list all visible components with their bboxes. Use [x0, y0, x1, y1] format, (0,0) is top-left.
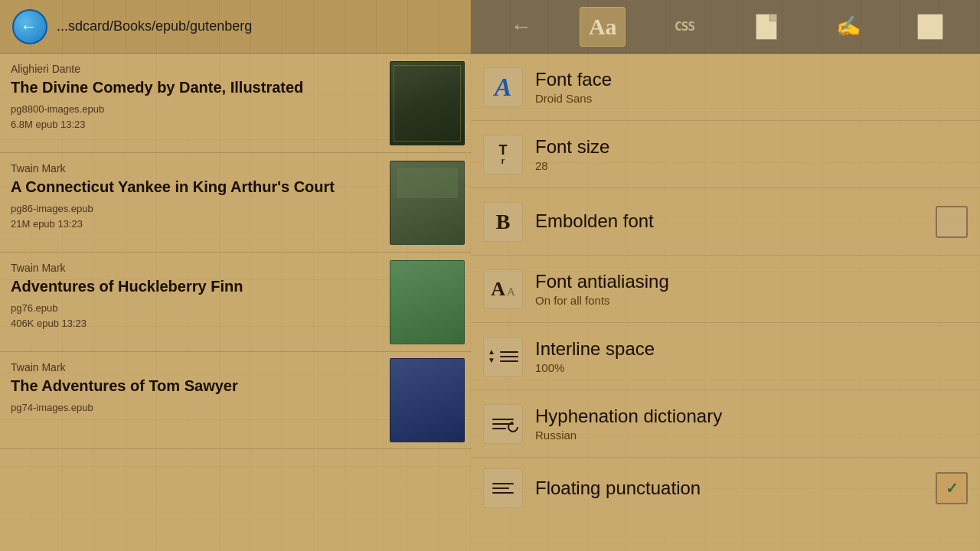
book-author: Twain Mark: [11, 262, 372, 274]
toolbar-back-icon: ←: [510, 15, 531, 39]
embolden-icon: B: [496, 210, 511, 234]
font-size-icon: Tr: [499, 143, 508, 165]
right-toolbar: ← Aa CSS ✍: [471, 0, 980, 54]
book-title: A Connecticut Yankee in King Arthur's Co…: [11, 178, 372, 197]
left-header: ← ...sdcard/Books/epub/gutenberg: [0, 0, 471, 54]
book-author: Alighieri Dante: [11, 63, 372, 75]
book-filename: pg8800-images.epub: [11, 102, 372, 117]
book-title: The Adventures of Tom Sawyer: [11, 377, 372, 396]
book-meta: 6.8M epub 13:23: [11, 117, 372, 132]
book-cover: [383, 54, 471, 152]
book-meta: 406K epub 13:23: [11, 316, 372, 331]
floating-punct-text: Floating punctuation: [535, 478, 923, 500]
book-meta: 21M epub 13:23: [11, 217, 372, 232]
cover-image: [390, 61, 465, 145]
current-path: ...sdcard/Books/epub/gutenberg: [57, 18, 252, 34]
book-title: Adventures of Huckleberry Finn: [11, 277, 372, 296]
settings-list: A Font face Droid Sans Tr Font size 28 B: [471, 54, 980, 551]
hyphenation-label: Hyphenation dictionary: [535, 406, 968, 428]
book-filename: pg86-images.epub: [11, 201, 372, 217]
floating-punct-label: Floating punctuation: [535, 478, 923, 500]
font-size-icon-box: Tr: [483, 135, 523, 174]
embolden-icon-box: B: [483, 202, 523, 242]
toolbar-font-icon: Aa: [589, 14, 617, 40]
book-title: The Divine Comedy by Dante, Illustrated: [11, 78, 372, 97]
book-filename: pg74-images.epub: [11, 400, 372, 416]
interline-icon: ▲ ▼: [486, 347, 520, 366]
toolbar-css-button[interactable]: CSS: [662, 7, 707, 47]
book-cover: [383, 253, 471, 351]
setting-antialiasing[interactable]: A A Font antialiasing On for all fonts: [471, 256, 980, 323]
font-face-label: Font face: [535, 69, 968, 91]
list-item[interactable]: Twain Mark A Connecticut Yankee in King …: [0, 153, 471, 253]
embolden-text: Embolden font: [535, 210, 923, 233]
font-size-text: Font size 28: [535, 136, 968, 173]
cover-image: [390, 260, 465, 344]
cover-image: [390, 161, 465, 245]
book-list: Alighieri Dante The Divine Comedy by Dan…: [0, 54, 471, 551]
font-size-label: Font size: [535, 136, 968, 158]
back-arrow-icon: ←: [21, 18, 38, 35]
cover-image: [390, 358, 465, 442]
hyphenation-text: Hyphenation dictionary Russian: [535, 406, 968, 442]
list-item[interactable]: Alighieri Dante The Divine Comedy by Dan…: [0, 54, 471, 153]
floating-punct-toggle[interactable]: ✓: [936, 472, 968, 504]
right-panel: ← Aa CSS ✍ A Font face: [471, 0, 980, 551]
antialiasing-label: Font antialiasing: [535, 271, 968, 293]
book-cover: [383, 352, 471, 448]
setting-font-face[interactable]: A Font face Droid Sans: [471, 54, 980, 121]
toolbar-hand-icon: ✍: [836, 15, 861, 38]
setting-embolden[interactable]: B Embolden font: [471, 188, 980, 256]
book-author: Twain Mark: [11, 361, 372, 373]
font-face-icon: A: [495, 73, 512, 102]
toolbar-hand-button[interactable]: ✍: [825, 7, 871, 47]
antialiasing-icon-box: A A: [483, 269, 523, 309]
book-info: Twain Mark The Adventures of Tom Sawyer …: [0, 352, 383, 448]
font-face-value: Droid Sans: [535, 92, 968, 105]
embolden-toggle[interactable]: [936, 206, 968, 238]
toolbar-css-icon: CSS: [675, 19, 694, 34]
back-button[interactable]: ←: [12, 9, 47, 44]
toolbar-font-button[interactable]: Aa: [580, 7, 626, 47]
book-cover: [383, 153, 471, 252]
toolbar-blank-icon: [917, 14, 943, 40]
antialiasing-text: Font antialiasing On for all fonts: [535, 271, 968, 308]
toolbar-back-button[interactable]: ←: [498, 7, 544, 47]
antialiasing-icon: A A: [491, 278, 515, 301]
font-face-icon-box: A: [483, 67, 523, 107]
book-info: Twain Mark Adventures of Huckleberry Fin…: [0, 253, 383, 351]
font-face-text: Font face Droid Sans: [535, 69, 968, 106]
book-info: Alighieri Dante The Divine Comedy by Dan…: [0, 54, 383, 152]
hyphenation-icon: [492, 419, 514, 429]
interline-value: 100%: [535, 361, 968, 374]
list-item[interactable]: Twain Mark The Adventures of Tom Sawyer …: [0, 352, 471, 449]
setting-interline[interactable]: ▲ ▼ Interline space 100%: [471, 323, 980, 390]
list-item[interactable]: Twain Mark Adventures of Huckleberry Fin…: [0, 253, 471, 352]
toolbar-blank-button[interactable]: [907, 7, 953, 47]
interline-text: Interline space 100%: [535, 338, 968, 375]
book-info: Twain Mark A Connecticut Yankee in King …: [0, 153, 383, 252]
toolbar-page-icon: [756, 14, 777, 40]
setting-font-size[interactable]: Tr Font size 28: [471, 121, 980, 188]
hyphenation-icon-box: [483, 404, 523, 444]
font-size-value: 28: [535, 159, 968, 172]
interline-icon-box: ▲ ▼: [483, 337, 523, 377]
interline-label: Interline space: [535, 338, 968, 360]
floating-punct-icon: [492, 483, 514, 494]
book-filename: pg76.epub: [11, 301, 372, 316]
hyphenation-value: Russian: [535, 429, 968, 442]
toolbar-page-button[interactable]: [743, 7, 789, 47]
setting-floating-punct[interactable]: Floating punctuation ✓: [471, 458, 980, 519]
book-author: Twain Mark: [11, 162, 372, 174]
left-panel: ← ...sdcard/Books/epub/gutenberg Alighie…: [0, 0, 471, 551]
antialiasing-value: On for all fonts: [535, 294, 968, 307]
floating-punct-icon-box: [483, 468, 523, 508]
embolden-label: Embolden font: [535, 210, 923, 233]
setting-hyphenation[interactable]: Hyphenation dictionary Russian: [471, 390, 980, 458]
